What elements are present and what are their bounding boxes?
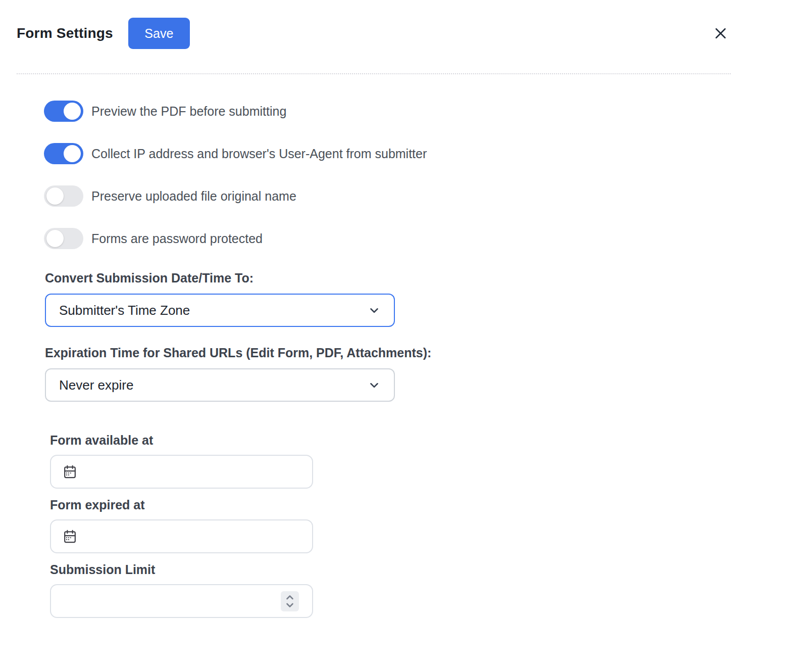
field-group-submission-limit: Submission Limit: [50, 562, 812, 618]
date-limit-fields: Form available at Form expired at: [50, 433, 812, 618]
submission-limit-input[interactable]: [50, 584, 313, 618]
toggle-row-password-protected[interactable]: Forms are password protected: [44, 228, 812, 249]
chevron-down-icon: [368, 378, 381, 392]
toggle-knob: [64, 103, 81, 120]
number-stepper[interactable]: [281, 591, 299, 611]
toggle-label: Preview the PDF before submitting: [91, 104, 286, 119]
page-title: Form Settings: [17, 25, 113, 41]
toggle-label: Forms are password protected: [91, 231, 263, 246]
calendar-icon[interactable]: [62, 464, 78, 480]
toggle-switch[interactable]: [44, 185, 83, 207]
header-divider: [17, 73, 731, 74]
expiration-select-value: Never expire: [59, 377, 133, 393]
toggle-row-collect-ip[interactable]: Collect IP address and browser's User-Ag…: [44, 143, 812, 164]
expired-at-input[interactable]: [50, 519, 313, 553]
submission-limit-label: Submission Limit: [50, 562, 812, 577]
panel-header: Form Settings Save: [0, 0, 812, 49]
toggle-row-preserve-filename[interactable]: Preserve uploaded file original name: [44, 185, 812, 207]
save-button[interactable]: Save: [128, 18, 190, 49]
timezone-label: Convert Submission Date/Time To:: [45, 270, 812, 285]
timezone-select-value: Submitter's Time Zone: [59, 303, 190, 318]
field-group-expiration: Expiration Time for Shared URLs (Edit Fo…: [45, 345, 812, 402]
toggle-list: Preview the PDF before submitting Collec…: [44, 101, 812, 249]
field-group-available-at: Form available at: [50, 433, 812, 489]
expiration-select[interactable]: Never expire: [45, 368, 395, 402]
expiration-label: Expiration Time for Shared URLs (Edit Fo…: [45, 345, 812, 360]
settings-fields: Convert Submission Date/Time To: Submitt…: [45, 270, 812, 618]
toggle-row-preview-pdf[interactable]: Preview the PDF before submitting: [44, 101, 812, 122]
toggle-switch[interactable]: [44, 228, 83, 249]
toggle-label: Preserve uploaded file original name: [91, 189, 296, 204]
field-group-expired-at: Form expired at: [50, 497, 812, 553]
available-at-label: Form available at: [50, 433, 812, 448]
toggle-knob: [64, 145, 81, 162]
toggle-knob: [46, 187, 64, 205]
calendar-icon[interactable]: [62, 529, 78, 544]
close-icon: [713, 26, 728, 41]
field-group-timezone: Convert Submission Date/Time To: Submitt…: [45, 270, 812, 327]
expired-at-label: Form expired at: [50, 497, 812, 512]
toggle-label: Collect IP address and browser's User-Ag…: [91, 147, 427, 161]
close-button[interactable]: [710, 23, 731, 43]
number-stepper-icon: [284, 592, 296, 610]
chevron-down-icon: [368, 304, 381, 317]
available-at-input[interactable]: [50, 455, 313, 489]
toggle-switch[interactable]: [44, 143, 83, 164]
toggle-knob: [46, 230, 64, 247]
toggle-switch[interactable]: [44, 101, 83, 122]
timezone-select[interactable]: Submitter's Time Zone: [45, 294, 395, 327]
